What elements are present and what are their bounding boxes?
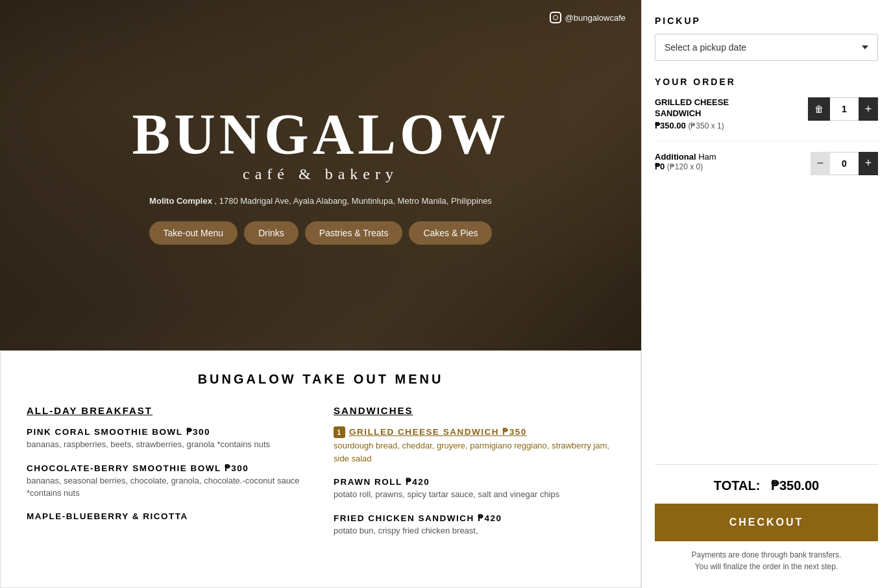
menu-item-grilled-cheese-desc: sourdough bread, cheddar, gruyere, parmi… xyxy=(334,439,615,465)
qty-decrease-ham-button[interactable]: − xyxy=(811,152,830,175)
addon-item-ham: Additional Ham ₱0 (₱120 x 0) − + xyxy=(655,152,878,175)
category-title-sandwiches: SANDWICHES xyxy=(334,405,615,416)
nav-takeout-menu[interactable]: Take-out Menu xyxy=(149,221,238,245)
menu-item-prawn-roll-desc: potato roll, prawns, spicy tartar sauce,… xyxy=(334,488,615,501)
instagram-handle[interactable]: @bungalowcafe xyxy=(550,12,626,23)
menu-item-choc-berry-name: CHOCOLATE-BERRY SMOOTHIE BOWL ₱300 xyxy=(27,463,308,473)
your-order-label: YOUR ORDER xyxy=(655,77,878,87)
qty-control-grilled-cheese: 🗑 + xyxy=(808,97,878,121)
hero-title: BUNGALOW xyxy=(132,106,509,163)
menu-item-choc-berry-desc: bananas, seasonal berries, chocolate, gr… xyxy=(27,474,308,500)
menu-item-maple: MAPLE-BLUEBERRY & RICOTTA xyxy=(27,511,308,521)
hero-subtitle: café & bakery xyxy=(243,165,398,183)
left-panel: @bungalowcafe BUNGALOW café & bakery Mol… xyxy=(0,0,641,588)
category-title-breakfast: ALL-DAY BREAKFAST xyxy=(27,405,308,416)
order-item-grilled-cheese: GRILLED CHEESESANDWICH ₱350.00 (₱350 x 1… xyxy=(655,97,878,141)
menu-item-prawn-roll-name: PRAWN ROLL ₱420 xyxy=(334,476,615,487)
item-badge-1: 1 xyxy=(334,426,345,438)
instagram-username: @bungalowcafe xyxy=(565,13,626,23)
checkout-note: Payments are done through bank transfers… xyxy=(655,549,878,572)
menu-item-fried-chicken-desc: potato bun, crispy fried chicken breast, xyxy=(334,524,615,537)
order-item-price-detail: (₱350 x 1) xyxy=(688,121,724,130)
menu-item-fried-chicken-name: FRIED CHICKEN SANDWICH ₱420 xyxy=(334,513,615,523)
order-item-info: GRILLED CHEESESANDWICH ₱350.00 (₱350 x 1… xyxy=(655,97,801,130)
qty-control-ham: − + xyxy=(811,152,878,175)
hero-nav: Take-out Menu Drinks Pastries & Treats C… xyxy=(149,221,493,245)
hero-address-detail: , 1780 Madrigal Ave, Ayala Alabang, Munt… xyxy=(215,196,492,206)
instagram-icon xyxy=(550,12,561,23)
total-value: ₱350.00 xyxy=(771,478,819,493)
order-item-price: ₱350.00 (₱350 x 1) xyxy=(655,121,801,130)
addon-item-price-detail: (₱120 x 0) xyxy=(667,162,703,171)
menu-title: BUNGALOW TAKE OUT MENU xyxy=(27,372,615,387)
menu-item-grilled-cheese[interactable]: 1GRILLED CHEESE SANDWICH ₱350 sourdough … xyxy=(334,426,615,465)
addon-item-info: Additional Ham ₱0 (₱120 x 0) xyxy=(655,152,804,171)
qty-input-ham[interactable] xyxy=(830,152,859,175)
menu-item-pink-coral-desc: bananas, raspberries, beets, strawberrie… xyxy=(27,438,308,451)
pickup-label: PICKUP xyxy=(655,16,878,26)
qty-increase-ham-button[interactable]: + xyxy=(859,152,878,175)
pickup-date-select[interactable]: Select a pickup date xyxy=(655,34,878,61)
addon-item-name: Additional Ham xyxy=(655,152,804,162)
total-text: TOTAL: ₱350.00 xyxy=(655,478,878,493)
menu-item-pink-coral-name: PINK CORAL SMOOTHIE BOWL ₱300 xyxy=(27,426,308,437)
menu-item-prawn-roll: PRAWN ROLL ₱420 potato roll, prawns, spi… xyxy=(334,476,615,501)
hero-address-bold: Molito Complex xyxy=(149,196,212,206)
nav-drinks[interactable]: Drinks xyxy=(244,221,299,245)
delete-item-button[interactable]: 🗑 xyxy=(808,97,830,121)
checkout-button[interactable]: CHECKOUT xyxy=(655,504,878,541)
qty-increase-button[interactable]: + xyxy=(859,97,878,121)
menu-item-pink-coral: PINK CORAL SMOOTHIE BOWL ₱300 bananas, r… xyxy=(27,426,308,451)
total-section: TOTAL: ₱350.00 CHECKOUT Payments are don… xyxy=(655,464,878,572)
menu-item-maple-name: MAPLE-BLUEBERRY & RICOTTA xyxy=(27,511,308,521)
hero-address: Molito Complex , 1780 Madrigal Ave, Ayal… xyxy=(149,196,492,206)
order-item-name: GRILLED CHEESESANDWICH xyxy=(655,97,801,119)
menu-column-breakfast: ALL-DAY BREAKFAST PINK CORAL SMOOTHIE BO… xyxy=(27,405,308,548)
menu-item-fried-chicken: FRIED CHICKEN SANDWICH ₱420 potato bun, … xyxy=(334,513,615,537)
order-spacer xyxy=(655,186,878,459)
qty-input-grilled-cheese[interactable] xyxy=(830,97,859,121)
hero-section: @bungalowcafe BUNGALOW café & bakery Mol… xyxy=(0,0,641,350)
hero-content: BUNGALOW café & bakery Molito Complex , … xyxy=(132,106,509,245)
addon-item-price: ₱0 (₱120 x 0) xyxy=(655,162,804,171)
menu-columns: ALL-DAY BREAKFAST PINK CORAL SMOOTHIE BO… xyxy=(27,405,615,548)
right-panel: PICKUP Select a pickup date YOUR ORDER G… xyxy=(641,0,891,588)
nav-cakes-pies[interactable]: Cakes & Pies xyxy=(409,221,492,245)
total-label: TOTAL: xyxy=(714,478,760,493)
menu-item-grilled-cheese-name[interactable]: 1GRILLED CHEESE SANDWICH ₱350 xyxy=(334,426,615,438)
menu-column-sandwiches: SANDWICHES 1GRILLED CHEESE SANDWICH ₱350… xyxy=(334,405,615,548)
menu-item-choc-berry: CHOCOLATE-BERRY SMOOTHIE BOWL ₱300 banan… xyxy=(27,463,308,500)
nav-pastries-treats[interactable]: Pastries & Treats xyxy=(305,221,403,245)
menu-section: BUNGALOW TAKE OUT MENU ALL-DAY BREAKFAST… xyxy=(0,350,641,588)
